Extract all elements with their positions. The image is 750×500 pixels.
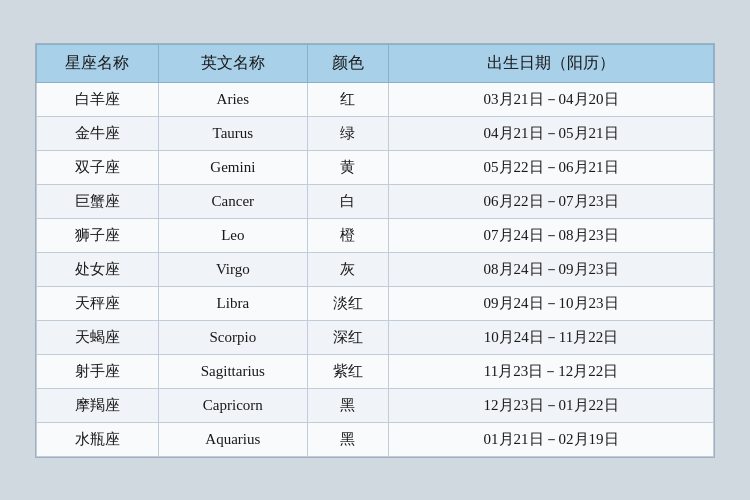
cell-english: Sagittarius — [158, 354, 307, 388]
cell-date: 03月21日－04月20日 — [389, 82, 714, 116]
cell-english: Capricorn — [158, 388, 307, 422]
table-row: 天秤座Libra淡红09月24日－10月23日 — [37, 286, 714, 320]
cell-english: Taurus — [158, 116, 307, 150]
header-english: 英文名称 — [158, 44, 307, 82]
zodiac-table: 星座名称 英文名称 颜色 出生日期（阳历） 白羊座Aries红03月21日－04… — [36, 44, 714, 457]
zodiac-table-container: 星座名称 英文名称 颜色 出生日期（阳历） 白羊座Aries红03月21日－04… — [35, 43, 715, 458]
cell-chinese: 天秤座 — [37, 286, 159, 320]
cell-date: 11月23日－12月22日 — [389, 354, 714, 388]
table-row: 处女座Virgo灰08月24日－09月23日 — [37, 252, 714, 286]
header-chinese: 星座名称 — [37, 44, 159, 82]
cell-color: 白 — [307, 184, 388, 218]
cell-color: 黑 — [307, 388, 388, 422]
cell-chinese: 狮子座 — [37, 218, 159, 252]
cell-chinese: 水瓶座 — [37, 422, 159, 456]
table-row: 射手座Sagittarius紫红11月23日－12月22日 — [37, 354, 714, 388]
cell-chinese: 金牛座 — [37, 116, 159, 150]
table-row: 摩羯座Capricorn黑12月23日－01月22日 — [37, 388, 714, 422]
table-body: 白羊座Aries红03月21日－04月20日金牛座Taurus绿04月21日－0… — [37, 82, 714, 456]
cell-chinese: 双子座 — [37, 150, 159, 184]
table-row: 白羊座Aries红03月21日－04月20日 — [37, 82, 714, 116]
cell-color: 淡红 — [307, 286, 388, 320]
cell-color: 橙 — [307, 218, 388, 252]
cell-color: 紫红 — [307, 354, 388, 388]
cell-color: 黑 — [307, 422, 388, 456]
cell-english: Libra — [158, 286, 307, 320]
cell-color: 红 — [307, 82, 388, 116]
table-row: 水瓶座Aquarius黑01月21日－02月19日 — [37, 422, 714, 456]
header-color: 颜色 — [307, 44, 388, 82]
header-date: 出生日期（阳历） — [389, 44, 714, 82]
cell-color: 深红 — [307, 320, 388, 354]
table-row: 双子座Gemini黄05月22日－06月21日 — [37, 150, 714, 184]
cell-chinese: 巨蟹座 — [37, 184, 159, 218]
cell-date: 05月22日－06月21日 — [389, 150, 714, 184]
cell-date: 07月24日－08月23日 — [389, 218, 714, 252]
cell-date: 08月24日－09月23日 — [389, 252, 714, 286]
table-row: 狮子座Leo橙07月24日－08月23日 — [37, 218, 714, 252]
cell-color: 绿 — [307, 116, 388, 150]
cell-date: 06月22日－07月23日 — [389, 184, 714, 218]
cell-date: 09月24日－10月23日 — [389, 286, 714, 320]
cell-english: Leo — [158, 218, 307, 252]
cell-english: Aquarius — [158, 422, 307, 456]
cell-english: Scorpio — [158, 320, 307, 354]
table-row: 天蝎座Scorpio深红10月24日－11月22日 — [37, 320, 714, 354]
cell-chinese: 白羊座 — [37, 82, 159, 116]
table-header-row: 星座名称 英文名称 颜色 出生日期（阳历） — [37, 44, 714, 82]
cell-english: Aries — [158, 82, 307, 116]
table-row: 巨蟹座Cancer白06月22日－07月23日 — [37, 184, 714, 218]
cell-color: 黄 — [307, 150, 388, 184]
cell-date: 01月21日－02月19日 — [389, 422, 714, 456]
cell-english: Virgo — [158, 252, 307, 286]
cell-chinese: 射手座 — [37, 354, 159, 388]
cell-date: 12月23日－01月22日 — [389, 388, 714, 422]
cell-date: 10月24日－11月22日 — [389, 320, 714, 354]
cell-english: Gemini — [158, 150, 307, 184]
cell-color: 灰 — [307, 252, 388, 286]
cell-chinese: 天蝎座 — [37, 320, 159, 354]
table-row: 金牛座Taurus绿04月21日－05月21日 — [37, 116, 714, 150]
cell-chinese: 处女座 — [37, 252, 159, 286]
cell-english: Cancer — [158, 184, 307, 218]
cell-date: 04月21日－05月21日 — [389, 116, 714, 150]
cell-chinese: 摩羯座 — [37, 388, 159, 422]
